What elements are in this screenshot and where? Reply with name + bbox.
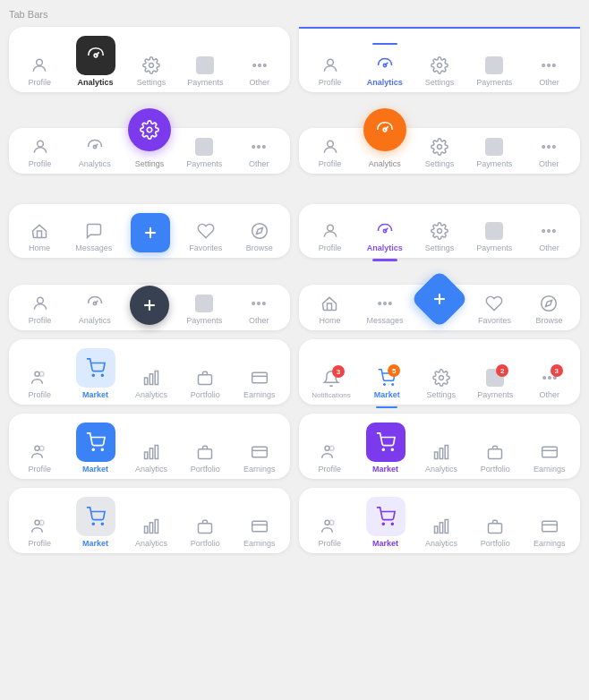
- tab-payments[interactable]: Payments: [186, 294, 222, 325]
- tab-fab-blue[interactable]: [131, 213, 170, 252]
- svg-point-57: [384, 384, 386, 386]
- svg-point-83: [92, 523, 94, 525]
- tab-bar-7-right: Profile Market Analytics Portfolio Earni…: [299, 488, 580, 553]
- tab-payments[interactable]: Payments: [187, 55, 223, 87]
- tab-analytics[interactable]: Analytics: [423, 442, 459, 474]
- svg-rect-94: [434, 526, 437, 534]
- tab-market-purple[interactable]: Market: [366, 423, 405, 474]
- tab-settings[interactable]: Settings: [133, 55, 169, 87]
- tab-fab-diamond[interactable]: [422, 305, 457, 325]
- tab-profile[interactable]: Profile: [21, 55, 57, 87]
- svg-point-20: [437, 145, 441, 149]
- tab-profile[interactable]: Profile: [21, 368, 57, 399]
- tab-bar-6-right: Profile Market Analytics Portfolio Earni…: [299, 414, 580, 479]
- svg-rect-86: [149, 523, 152, 534]
- tab-earnings[interactable]: Earnings: [532, 442, 568, 474]
- tab-analytics[interactable]: Analytics: [133, 516, 169, 548]
- tab-favorites[interactable]: Favorites: [476, 294, 512, 325]
- tab-analytics-purple[interactable]: Analytics: [367, 221, 403, 252]
- svg-point-33: [553, 230, 556, 233]
- svg-rect-85: [144, 526, 147, 534]
- tab-favorites[interactable]: Favorites: [188, 221, 224, 252]
- tab-analytics[interactable]: Analytics: [423, 516, 459, 548]
- svg-point-73: [329, 446, 334, 450]
- tab-portfolio[interactable]: Portfolio: [187, 368, 223, 399]
- tab-home[interactable]: Home: [312, 294, 347, 325]
- tab-other[interactable]: Other: [241, 137, 277, 168]
- tab-settings[interactable]: Settings: [422, 221, 457, 252]
- tab-market-blue[interactable]: Market: [76, 423, 115, 474]
- tab-earnings[interactable]: Earnings: [242, 368, 277, 399]
- svg-point-43: [389, 303, 392, 305]
- svg-point-41: [379, 303, 381, 305]
- tab-analytics[interactable]: Analytics: [77, 137, 113, 168]
- tab-bar-grid: Profile Analytics Settings Payments Othe…: [9, 27, 580, 553]
- svg-point-82: [39, 520, 44, 525]
- tab-market-light-purple[interactable]: Market: [366, 497, 405, 548]
- tab-profile[interactable]: Profile: [21, 516, 57, 548]
- tab-fab-dark[interactable]: [132, 305, 167, 325]
- tab-other[interactable]: Other: [531, 221, 567, 252]
- tab-analytics-active-blue[interactable]: Analytics: [367, 55, 403, 87]
- tab-portfolio[interactable]: Portfolio: [477, 516, 513, 548]
- tab-browse[interactable]: Browse: [242, 221, 277, 252]
- tab-analytics[interactable]: Analytics: [133, 368, 169, 399]
- svg-point-38: [252, 303, 255, 305]
- tab-payments[interactable]: Payments: [186, 137, 222, 168]
- tab-home[interactable]: Home: [21, 221, 57, 252]
- tab-payments-badge[interactable]: 2 Payments: [477, 368, 513, 399]
- tab-profile[interactable]: Profile: [21, 442, 57, 474]
- tab-earnings[interactable]: Earnings: [532, 516, 568, 548]
- tab-market-gray[interactable]: Market: [76, 497, 115, 548]
- tab-analytics-float-orange[interactable]: Analytics: [367, 137, 403, 168]
- tab-other[interactable]: Other: [241, 294, 277, 325]
- svg-point-75: [391, 448, 393, 450]
- tab-profile[interactable]: Profile: [312, 516, 347, 548]
- svg-point-21: [542, 146, 545, 149]
- svg-point-31: [542, 230, 545, 233]
- tab-analytics[interactable]: Analytics: [77, 294, 113, 325]
- svg-point-26: [252, 224, 268, 239]
- tab-payments[interactable]: Payments: [476, 55, 512, 87]
- tab-settings[interactable]: Settings: [422, 55, 457, 87]
- tab-profile[interactable]: Profile: [312, 55, 348, 87]
- tab-settings[interactable]: Settings: [422, 137, 457, 168]
- svg-point-22: [548, 146, 551, 149]
- tab-portfolio[interactable]: Portfolio: [187, 516, 223, 548]
- tab-messages[interactable]: Messages: [75, 221, 112, 252]
- tab-payments[interactable]: Payments: [476, 221, 512, 252]
- tab-portfolio[interactable]: Portfolio: [477, 442, 513, 474]
- tab-analytics-active[interactable]: Analytics: [76, 36, 115, 87]
- svg-point-15: [252, 146, 255, 149]
- tab-other[interactable]: Other: [531, 55, 567, 87]
- tab-notifications[interactable]: 3 Notifications: [312, 369, 351, 399]
- tab-other-badge[interactable]: 3 Other: [532, 368, 568, 399]
- svg-rect-55: [199, 375, 212, 385]
- tab-profile[interactable]: Profile: [22, 294, 58, 325]
- tab-payments[interactable]: Payments: [476, 137, 512, 168]
- tab-earnings[interactable]: Earnings: [242, 516, 277, 548]
- tab-profile[interactable]: Profile: [312, 137, 348, 168]
- svg-rect-70: [199, 449, 212, 459]
- tab-analytics[interactable]: Analytics: [133, 442, 169, 474]
- tab-market-light-blue[interactable]: Market: [76, 348, 115, 399]
- svg-point-39: [258, 303, 260, 305]
- tab-browse[interactable]: Browse: [531, 294, 567, 325]
- svg-point-18: [327, 141, 333, 147]
- svg-point-74: [382, 448, 384, 450]
- tab-other[interactable]: Other: [242, 55, 277, 87]
- svg-rect-78: [445, 446, 448, 459]
- tab-messages[interactable]: Messages: [366, 294, 403, 325]
- tab-settings[interactable]: Settings: [423, 368, 459, 399]
- tab-settings-float[interactable]: Settings: [132, 137, 167, 168]
- tab-market-badge[interactable]: 5 Market: [369, 368, 405, 399]
- svg-point-23: [553, 146, 556, 149]
- tab-profile[interactable]: Profile: [312, 442, 347, 474]
- tab-other[interactable]: Other: [531, 137, 567, 168]
- svg-point-16: [258, 146, 260, 149]
- tab-portfolio[interactable]: Portfolio: [187, 442, 223, 474]
- tab-bar-2-right: Profile Analytics Settings Payments Othe…: [299, 128, 580, 174]
- tab-profile[interactable]: Profile: [22, 137, 58, 168]
- tab-earnings[interactable]: Earnings: [242, 442, 277, 474]
- tab-profile[interactable]: Profile: [312, 221, 348, 252]
